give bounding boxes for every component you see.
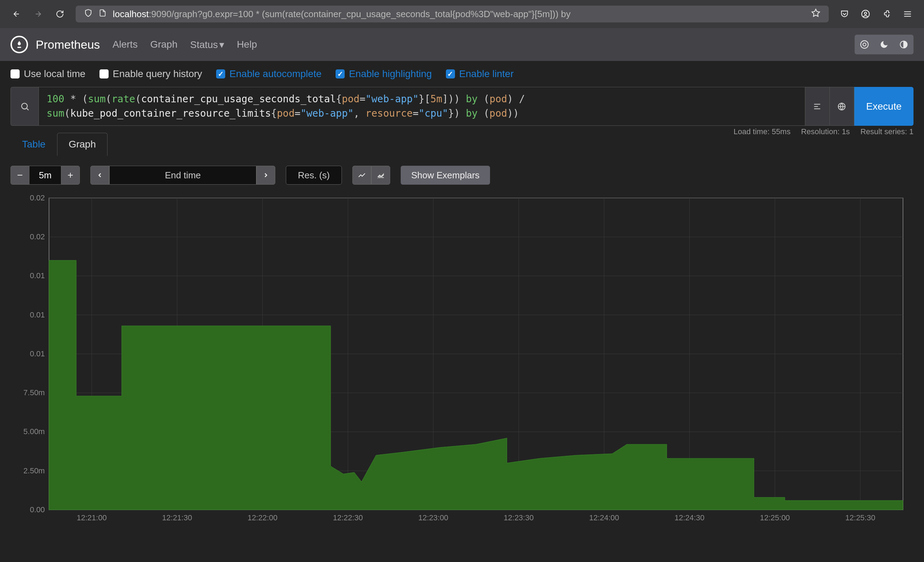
execute-button[interactable]: Execute <box>854 87 914 126</box>
svg-text:12:21:00: 12:21:00 <box>77 513 107 522</box>
svg-text:12:22:00: 12:22:00 <box>248 513 278 522</box>
nav-alerts[interactable]: Alerts <box>112 39 138 50</box>
svg-point-2 <box>864 12 867 15</box>
url-bar[interactable]: localhost:9090/graph?g0.expr=100 * (sum(… <box>76 6 829 23</box>
star-icon[interactable] <box>811 8 820 20</box>
range-decrease-button[interactable]: − <box>10 166 29 185</box>
svg-point-8 <box>863 43 866 46</box>
shield-icon <box>84 8 93 20</box>
reload-button[interactable] <box>54 8 66 20</box>
format-expression-button[interactable] <box>805 87 830 126</box>
stat-load-time: Load time: 55ms <box>734 127 790 136</box>
line-chart-button[interactable] <box>352 166 371 185</box>
theme-auto-button[interactable] <box>855 35 874 54</box>
pocket-icon[interactable] <box>838 8 850 20</box>
theme-dark-button[interactable] <box>874 35 894 54</box>
svg-text:0.02: 0.02 <box>30 194 45 202</box>
browser-chrome: localhost:9090/graph?g0.expr=100 * (sum(… <box>0 0 924 28</box>
svg-text:12:21:30: 12:21:30 <box>162 513 192 522</box>
svg-text:0.01: 0.01 <box>30 349 45 358</box>
svg-text:12:24:30: 12:24:30 <box>675 513 705 522</box>
svg-text:0.01: 0.01 <box>30 310 45 319</box>
back-button[interactable] <box>10 8 22 20</box>
nav-help[interactable]: Help <box>237 39 257 50</box>
account-icon[interactable] <box>860 8 872 20</box>
tab-graph[interactable]: Graph <box>57 133 108 156</box>
svg-text:2.50m: 2.50m <box>24 466 45 475</box>
expression-search-button[interactable] <box>10 87 39 126</box>
time-forward-button[interactable] <box>256 166 275 185</box>
end-time-input[interactable]: End time <box>109 166 256 185</box>
range-increase-button[interactable]: + <box>61 166 80 185</box>
svg-text:0.01: 0.01 <box>30 272 45 280</box>
query-row: 100 * (sum(rate(container_cpu_usage_seco… <box>0 87 924 126</box>
stat-result-series: Result series: 1 <box>860 127 914 136</box>
theme-contrast-button[interactable] <box>894 35 914 54</box>
svg-text:5.00m: 5.00m <box>24 427 45 436</box>
stacked-chart-button[interactable] <box>371 166 390 185</box>
enable-linter-checkbox[interactable]: Enable linter <box>446 68 514 80</box>
app-title: Prometheus <box>36 38 100 51</box>
svg-rect-6 <box>18 47 21 48</box>
enable-query-history-checkbox[interactable]: Enable query history <box>99 68 202 80</box>
enable-autocomplete-checkbox[interactable]: Enable autocomplete <box>216 68 321 80</box>
theme-switch-group <box>855 35 914 54</box>
view-tabs: Table Graph Load time: 55ms Resolution: … <box>0 126 924 156</box>
svg-text:0.02: 0.02 <box>30 232 45 241</box>
url-text: localhost:9090/graph?g0.expr=100 * (sum(… <box>113 9 805 20</box>
time-back-button[interactable] <box>90 166 109 185</box>
expression-input[interactable]: 100 * (sum(rate(container_cpu_usage_seco… <box>39 87 805 126</box>
nav-graph[interactable]: Graph <box>150 39 178 50</box>
settings-row: Use local time Enable query history Enab… <box>0 61 924 87</box>
resolution-input[interactable]: Res. (s) <box>286 166 342 185</box>
svg-text:12:22:30: 12:22:30 <box>333 513 363 522</box>
forward-button[interactable] <box>32 8 44 20</box>
query-stats: Load time: 55ms Resolution: 1s Result se… <box>734 127 914 136</box>
svg-point-10 <box>21 103 27 109</box>
chart-container: 0.002.50m5.00m7.50m0.010.010.010.020.021… <box>0 194 924 541</box>
enable-highlighting-checkbox[interactable]: Enable highlighting <box>336 68 432 80</box>
svg-text:7.50m: 7.50m <box>24 388 45 397</box>
tab-table[interactable]: Table <box>10 133 57 156</box>
menu-icon[interactable] <box>902 8 914 20</box>
chart-svg[interactable]: 0.002.50m5.00m7.50m0.010.010.010.020.021… <box>18 194 914 531</box>
page-icon <box>99 8 106 20</box>
globe-button[interactable] <box>830 87 854 126</box>
svg-text:12:23:00: 12:23:00 <box>418 513 448 522</box>
svg-text:12:25:30: 12:25:30 <box>845 513 875 522</box>
svg-text:12:25:00: 12:25:00 <box>760 513 790 522</box>
chevron-down-icon: ▾ <box>219 39 224 50</box>
svg-line-11 <box>27 108 28 110</box>
svg-text:0.00: 0.00 <box>30 505 45 514</box>
svg-text:12:24:00: 12:24:00 <box>589 513 619 522</box>
graph-controls: − 5m + End time Res. (s) Show Exemplars <box>0 156 924 194</box>
range-input[interactable]: 5m <box>29 166 61 185</box>
nav-status[interactable]: Status▾ <box>190 39 224 50</box>
svg-point-7 <box>861 41 868 48</box>
extensions-icon[interactable] <box>880 8 892 20</box>
prometheus-logo-icon <box>10 36 28 53</box>
prometheus-header: Prometheus Alerts Graph Status▾ Help <box>0 28 924 61</box>
stat-resolution: Resolution: 1s <box>801 127 850 136</box>
svg-marker-0 <box>812 9 820 17</box>
svg-text:12:23:30: 12:23:30 <box>504 513 534 522</box>
show-exemplars-button[interactable]: Show Exemplars <box>401 166 490 185</box>
use-local-time-checkbox[interactable]: Use local time <box>10 68 86 80</box>
